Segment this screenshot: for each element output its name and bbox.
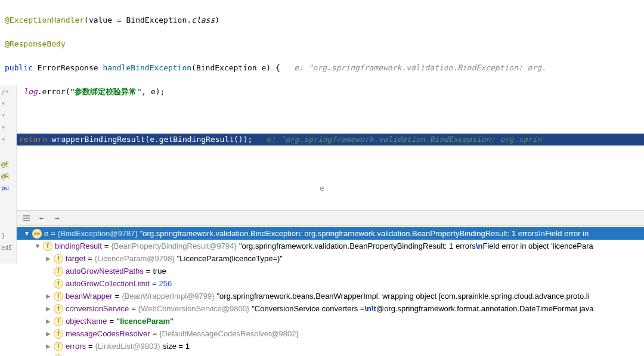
field-icon: f — [54, 254, 63, 264]
field-icon: f — [43, 242, 52, 251]
field-icon: f — [54, 267, 63, 276]
field-icon: f — [54, 342, 63, 351]
tree-row[interactable]: f errors = {LinkedList@9803} size = 1 — [17, 340, 644, 352]
expand-arrow-icon[interactable] — [45, 340, 51, 352]
expand-arrow-icon[interactable] — [45, 302, 51, 315]
svg-rect-1 — [23, 218, 30, 219]
code-line: @ResponseBody — [5, 38, 639, 50]
field-icon: f — [54, 292, 63, 301]
expand-arrow-icon[interactable] — [45, 315, 51, 327]
field-icon: f — [54, 317, 63, 326]
tree-row[interactable]: f objectName = "licenceParam" — [17, 315, 644, 327]
code-line: log.error("参数绑定校验异常", e); — [5, 86, 639, 98]
variables-tree[interactable]: oo e = {BindException@9787} "org.springf… — [17, 226, 644, 356]
tree-row[interactable]: f messageCodesResolver = {DefaultMessage… — [17, 327, 644, 340]
tree-row[interactable]: f autoGrowCollectionLimit = 256 — [17, 277, 644, 290]
field-icon: f — [54, 354, 63, 357]
expand-arrow-icon[interactable] — [35, 240, 41, 252]
stack-frames-icon[interactable] — [21, 213, 31, 223]
tree-row[interactable]: f beanWrapper = {BeanWrapperImpl@9799} "… — [17, 290, 644, 302]
evaluate-expression-hint: e — [5, 181, 639, 196]
tree-row[interactable]: f bindingResult = {BeanPropertyBindingRe… — [17, 240, 644, 252]
editor-gutter: /* * * * * @E @R pu } edE — [0, 85, 17, 264]
code-line: @ExceptionHandler(value = BindException.… — [5, 14, 639, 26]
field-icon: f — [54, 304, 63, 314]
tree-row[interactable]: f target = {LicenceParam@9798} "LicenceP… — [17, 252, 644, 265]
code-line: } — [5, 157, 639, 169]
field-icon: f — [54, 329, 63, 339]
forward-arrow-icon[interactable]: → — [52, 213, 62, 223]
tree-row[interactable]: f fieldTypes = {HashMap@9804} size = 0 — [17, 352, 644, 356]
expand-arrow-icon[interactable] — [45, 290, 51, 302]
tree-row[interactable]: f autoGrowNestedPaths = true — [17, 265, 644, 277]
tree-row[interactable]: f conversionService = {WebConversionServ… — [17, 302, 644, 315]
execution-line-highlight: return wrapperBindingResult(e.getBinding… — [0, 134, 644, 146]
expand-arrow-icon[interactable] — [45, 327, 51, 340]
code-line — [5, 110, 639, 122]
debugger-variables-panel[interactable]: ← → oo e = {BindException@9787} "org.spr… — [17, 210, 644, 356]
debugger-toolbar: ← → — [17, 210, 644, 226]
tree-row-root[interactable]: oo e = {BindException@9787} "org.springf… — [17, 227, 644, 240]
svg-rect-0 — [23, 215, 30, 216]
svg-rect-2 — [23, 220, 30, 221]
expand-arrow-icon[interactable] — [24, 227, 30, 240]
back-arrow-icon[interactable]: ← — [37, 213, 47, 223]
expand-arrow-icon[interactable] — [45, 252, 51, 265]
object-icon: oo — [32, 229, 42, 239]
code-line: public ErrorResponse handleBindException… — [5, 62, 639, 74]
code-editor[interactable]: @ExceptionHandler(value = BindException.… — [0, 0, 644, 210]
field-icon: f — [54, 279, 63, 289]
